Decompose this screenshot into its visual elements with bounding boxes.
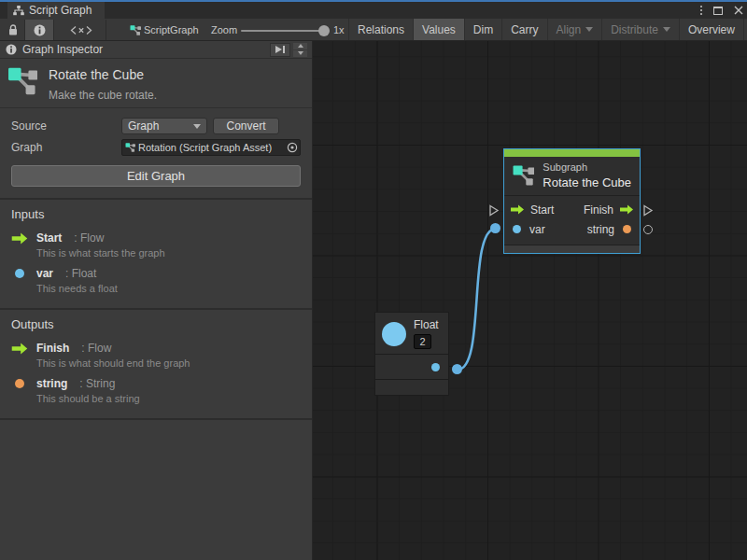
dock-icon bbox=[275, 45, 286, 54]
node-kind: Subgraph bbox=[543, 161, 631, 173]
chevron-down-icon bbox=[193, 124, 201, 129]
float-type-icon bbox=[382, 322, 406, 346]
breadcrumb-graph-icon bbox=[129, 20, 141, 40]
subgraph-node-header: Subgraph Rotate the Cube bbox=[504, 157, 640, 195]
graph-asset-icon bbox=[125, 143, 135, 152]
graph-object-field[interactable]: Rotation (Script Graph Asset) bbox=[121, 139, 301, 156]
distribute-dropdown[interactable]: Distribute bbox=[601, 19, 679, 40]
graph-title-block: Rotate the Cube Make the cube rotate. bbox=[0, 59, 312, 108]
graph-field-label: Graph bbox=[11, 141, 121, 154]
start-port[interactable]: Start bbox=[511, 203, 554, 217]
graph-inspector-panel: Graph Inspector Rotate the Cube Make the… bbox=[0, 41, 313, 560]
graph-asset-icon bbox=[7, 67, 37, 95]
graph-title: Rotate the Cube bbox=[49, 67, 157, 82]
inputs-title: Inputs bbox=[11, 207, 301, 221]
toolbar-mode-buttons: Relations Values Dim Carry Align Distrib… bbox=[348, 19, 747, 40]
edit-graph-button[interactable]: Edit Graph bbox=[11, 165, 301, 187]
inputs-section: Inputs Start : Flow This is what starts … bbox=[0, 198, 312, 308]
chevron-down-icon bbox=[663, 27, 670, 32]
values-button[interactable]: Values bbox=[413, 19, 464, 40]
carry-button[interactable]: Carry bbox=[501, 19, 546, 40]
inspector-scroll-spinner bbox=[293, 43, 307, 57]
node-title: Float bbox=[414, 318, 439, 331]
convert-button[interactable]: Convert bbox=[213, 118, 279, 134]
zoom-slider-track[interactable] bbox=[241, 30, 329, 32]
subgraph-node-ports: Start Finish var string bbox=[504, 195, 640, 241]
window-menu-icon[interactable] bbox=[700, 6, 702, 15]
float-node-ports bbox=[375, 354, 448, 379]
hierarchy-icon bbox=[13, 6, 24, 16]
info-icon bbox=[6, 44, 17, 55]
string-port-icon bbox=[15, 379, 24, 388]
subgraph-node[interactable]: Subgraph Rotate the Cube Start Finish va… bbox=[503, 148, 641, 254]
string-port-icon bbox=[623, 225, 631, 233]
float-value-input[interactable]: 2 bbox=[414, 334, 431, 349]
dock-sidebar-button[interactable] bbox=[270, 43, 290, 57]
string-port[interactable]: string bbox=[587, 223, 633, 236]
lock-icon bbox=[7, 24, 19, 36]
outputs-title: Outputs bbox=[11, 317, 301, 331]
window-controls bbox=[700, 2, 743, 19]
close-icon[interactable] bbox=[734, 6, 743, 15]
scroll-down-button[interactable] bbox=[293, 50, 307, 57]
port-entry-string: string : String This should be a string bbox=[11, 377, 301, 404]
align-dropdown[interactable]: Align bbox=[547, 19, 602, 40]
scroll-up-button[interactable] bbox=[293, 43, 307, 49]
node-footer bbox=[375, 379, 448, 395]
inspector-toggle-button[interactable] bbox=[25, 20, 53, 40]
zoom-value: 1x bbox=[333, 24, 345, 35]
chevron-down-icon bbox=[585, 27, 593, 32]
csharp-preview-button[interactable] bbox=[58, 20, 105, 40]
zoom-slider-handle[interactable] bbox=[318, 25, 330, 36]
node-footer bbox=[504, 245, 640, 253]
chevron-up-icon bbox=[298, 44, 303, 48]
outputs-section: Outputs Finish : Flow This is what shoul… bbox=[0, 308, 312, 418]
float-node[interactable]: Float 2 bbox=[374, 312, 449, 396]
inspector-form: Source Graph Convert Graph Rotation (Scr… bbox=[0, 108, 312, 198]
port-entry-var: var : Float This needs a float bbox=[11, 267, 301, 294]
overview-button[interactable]: Overview bbox=[680, 19, 743, 40]
tab-bar: Script Graph bbox=[0, 0, 747, 19]
full-screen-button[interactable]: Full Screen bbox=[743, 19, 747, 40]
tab-label: Script Graph bbox=[29, 4, 92, 17]
wire-endpoint[interactable] bbox=[452, 364, 462, 374]
wire-endpoint[interactable] bbox=[490, 223, 500, 233]
float-node-header: Float 2 bbox=[375, 313, 448, 354]
node-accent-bar bbox=[504, 149, 640, 157]
flow-port-icon bbox=[511, 204, 524, 215]
breadcrumb[interactable]: ScriptGraph bbox=[144, 24, 199, 35]
info-icon bbox=[34, 24, 46, 36]
source-label: Source bbox=[11, 119, 121, 133]
external-value-output-port[interactable] bbox=[643, 225, 653, 234]
graph-canvas[interactable]: Subgraph Rotate the Cube Start Finish va… bbox=[313, 41, 747, 560]
flow-port-icon bbox=[11, 232, 28, 245]
graph-description: Make the cube rotate. bbox=[49, 89, 157, 102]
external-flow-input-port[interactable] bbox=[488, 204, 500, 217]
port-entry-finish: Finish : Flow This is what should end th… bbox=[11, 342, 301, 369]
port-entry-start: Start : Flow This is what starts the gra… bbox=[11, 231, 301, 259]
node-title: Rotate the Cube bbox=[543, 175, 631, 189]
source-dropdown[interactable]: Graph bbox=[121, 118, 207, 134]
zoom-label: Zoom bbox=[211, 24, 237, 35]
lock-button[interactable] bbox=[3, 20, 23, 40]
chevron-down-icon bbox=[298, 51, 303, 55]
code-icon bbox=[70, 25, 92, 35]
float-port-icon bbox=[513, 225, 521, 233]
dim-button[interactable]: Dim bbox=[464, 19, 501, 40]
graph-asset-icon bbox=[513, 164, 534, 187]
tab-script-graph[interactable]: Script Graph bbox=[7, 2, 105, 19]
external-flow-output-port[interactable] bbox=[642, 204, 654, 217]
inspector-title: Graph Inspector bbox=[22, 43, 270, 56]
float-output-port[interactable] bbox=[431, 363, 440, 371]
maximize-icon[interactable] bbox=[713, 7, 723, 15]
graph-toolbar: ScriptGraph Zoom 1x Relations Values Dim… bbox=[0, 19, 747, 41]
relations-button[interactable]: Relations bbox=[348, 19, 413, 40]
finish-port[interactable]: Finish bbox=[584, 203, 633, 217]
object-picker-icon[interactable] bbox=[287, 142, 298, 153]
flow-port-icon bbox=[11, 343, 28, 355]
inspector-header: Graph Inspector bbox=[0, 41, 312, 59]
var-port[interactable]: var bbox=[511, 223, 545, 236]
connection-wire bbox=[313, 41, 747, 560]
float-port-icon bbox=[15, 269, 24, 278]
flow-port-icon bbox=[620, 204, 633, 215]
